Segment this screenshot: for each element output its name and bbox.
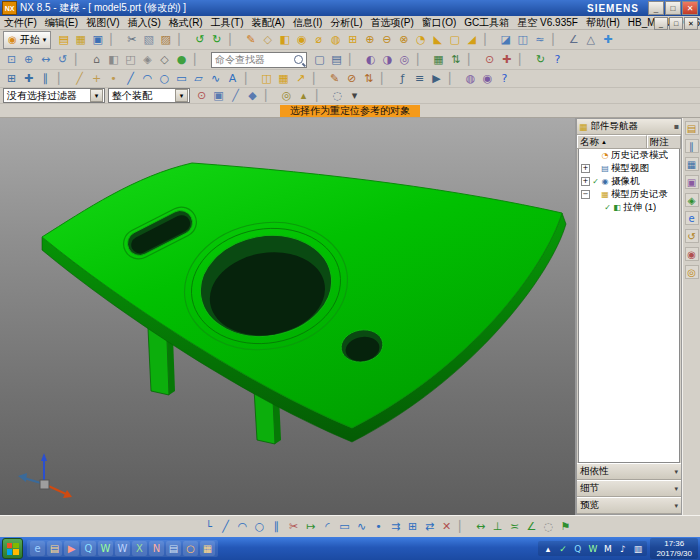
sew[interactable]: ≈ (531, 32, 548, 48)
isometric-view[interactable]: ◈ (139, 52, 156, 68)
tree-row[interactable]: ✓ ◧ 拉伸 (1) (579, 201, 679, 214)
tray-input-method[interactable]: M (601, 542, 614, 555)
chevron-down-icon[interactable]: ▾ (674, 468, 678, 476)
zoom[interactable]: ⊕ (20, 52, 37, 68)
quick-launch-word[interactable]: W (115, 541, 130, 556)
expander-icon[interactable]: + (581, 164, 590, 173)
fit-view[interactable]: ⊡ (3, 52, 20, 68)
snap-point-toggle[interactable]: ⊙ (193, 88, 210, 104)
menu-preferences[interactable]: 首选项(P) (367, 16, 418, 30)
geometric-constraints[interactable]: ⊥ (489, 519, 506, 535)
new[interactable]: ▤ (55, 32, 72, 48)
menu-information[interactable]: 信息(I) (289, 16, 326, 30)
viewport-canvas[interactable] (0, 118, 576, 515)
unite[interactable]: ⊕ (361, 32, 378, 48)
move-to-layer[interactable]: ⇅ (447, 52, 464, 68)
sketch-circle[interactable]: ○ (251, 519, 268, 535)
play-macro[interactable]: ▶ (428, 71, 445, 87)
draft[interactable]: ◢ (463, 32, 480, 48)
expander-icon[interactable] (581, 151, 590, 160)
sketch-arc[interactable]: ◠ (234, 519, 251, 535)
wireframe-display[interactable]: ◇ (156, 52, 173, 68)
menu-starry[interactable]: 星空 V6.935F (513, 16, 582, 30)
cut[interactable]: ✂ (123, 32, 140, 48)
minimize-button[interactable]: _ (648, 1, 664, 15)
quick-launch-excel[interactable]: X (132, 541, 147, 556)
section-details[interactable]: 细节 ▾ (577, 480, 681, 497)
tray-qq[interactable]: Q (571, 542, 584, 555)
shade-selection[interactable]: ▴ (295, 88, 312, 104)
constraint-navigator[interactable]: ∥ (685, 139, 699, 153)
history-palette[interactable]: ↺ (685, 229, 699, 243)
offset-curve[interactable]: ⇉ (387, 519, 404, 535)
chevron-down-icon[interactable]: ▾ (90, 89, 103, 102)
intersect[interactable]: ⊗ (395, 32, 412, 48)
close-button[interactable]: ✕ (682, 1, 698, 15)
menu-analysis[interactable]: 分析(L) (326, 16, 366, 30)
mdi-restore-button[interactable]: □ (669, 17, 683, 30)
quick-launch-media[interactable]: ▶ (64, 541, 79, 556)
selection-scope-dropdown[interactable]: 整个装配 ▾ (108, 88, 190, 103)
sketch[interactable]: ✎ (242, 32, 259, 48)
finish-flag[interactable]: ⚑ (557, 519, 574, 535)
toolbar-separator[interactable]: ▏ (480, 32, 497, 48)
quick-launch-notepad[interactable]: ▤ (166, 541, 181, 556)
edge-blend[interactable]: ◔ (412, 32, 429, 48)
chamfer[interactable]: ◣ (429, 32, 446, 48)
start-button[interactable] (2, 538, 23, 559)
tray-show-hidden[interactable]: ▴ (541, 542, 554, 555)
sketch-point[interactable]: • (370, 519, 387, 535)
polygon[interactable]: ▱ (190, 71, 207, 87)
pattern-geometry[interactable]: ▦ (275, 71, 292, 87)
convert-to-reference[interactable]: ◌ (540, 519, 557, 535)
extrude[interactable]: ◧ (276, 32, 293, 48)
quick-launch-qq[interactable]: Q (81, 541, 96, 556)
select-body[interactable]: ◆ (244, 88, 261, 104)
quick-launch-folder[interactable]: ▦ (200, 541, 215, 556)
chevron-down-icon[interactable]: ▾ (674, 485, 678, 493)
boss[interactable]: ◍ (327, 32, 344, 48)
menu-view[interactable]: 视图(V) (82, 16, 123, 30)
make-symmetric[interactable]: ≍ (506, 519, 523, 535)
quick-launch-browser[interactable]: ○ (183, 541, 198, 556)
part-navigator-header[interactable]: ▦ 部件导航器 ▪ (577, 119, 681, 135)
menu-gc-toolbox[interactable]: GC工具箱 (460, 16, 513, 30)
top-view[interactable]: ◰ (122, 52, 139, 68)
mirror-feature[interactable]: ◫ (258, 71, 275, 87)
column-name[interactable]: 名称 ▲ (577, 135, 647, 148)
tree-row[interactable]: ◔ 历史记录模式 (579, 149, 679, 162)
toolbar-separator[interactable]: ▏ (190, 52, 207, 68)
add-component[interactable]: ⊞ (3, 71, 20, 87)
pattern-feature[interactable]: ⊞ (344, 32, 361, 48)
tree-row[interactable]: + ▤ 模型视图 (579, 162, 679, 175)
quick-extend[interactable]: ↦ (302, 519, 319, 535)
reorder-feature[interactable]: ⇅ (360, 71, 377, 87)
toolbar-separator[interactable]: ▏ (377, 71, 394, 87)
selection-filter-dropdown[interactable]: 没有选择过滤器 ▾ (3, 88, 105, 103)
layer-settings[interactable]: ▦ (430, 52, 447, 68)
expressions[interactable]: ƒ (394, 71, 411, 87)
menu-format[interactable]: 格式(R) (165, 16, 207, 30)
toolbar-separator[interactable]: ▏ (445, 71, 462, 87)
redo[interactable]: ↻ (208, 32, 225, 48)
menu-insert[interactable]: 插入(S) (123, 16, 164, 30)
show-only[interactable]: ◉ (479, 71, 496, 87)
expander-icon[interactable] (593, 203, 602, 212)
toolbar-separator[interactable]: ▏ (241, 71, 258, 87)
toolbar-separator[interactable]: ▏ (71, 52, 88, 68)
help[interactable]: ? (549, 52, 566, 68)
maximize-button[interactable]: □ (665, 1, 681, 15)
start-menu-button[interactable]: ◉ 开始 ▾ (3, 31, 51, 49)
toolbar-separator[interactable]: ▏ (455, 519, 472, 535)
roles[interactable]: ◎ (685, 265, 699, 279)
hd3d-tools[interactable]: ◈ (685, 193, 699, 207)
toolbar-separator[interactable]: ▏ (174, 32, 191, 48)
new-window[interactable]: ▤ (328, 52, 345, 68)
process-studio[interactable]: ◉ (685, 247, 699, 261)
graphics-viewport[interactable] (0, 118, 576, 515)
view-triad[interactable] (18, 453, 72, 498)
toolbar-separator[interactable]: ▏ (54, 71, 71, 87)
find-component[interactable]: ◌ (329, 88, 346, 104)
display-sketch-constraints[interactable]: ∠ (523, 519, 540, 535)
profile[interactable]: └ (200, 519, 217, 535)
